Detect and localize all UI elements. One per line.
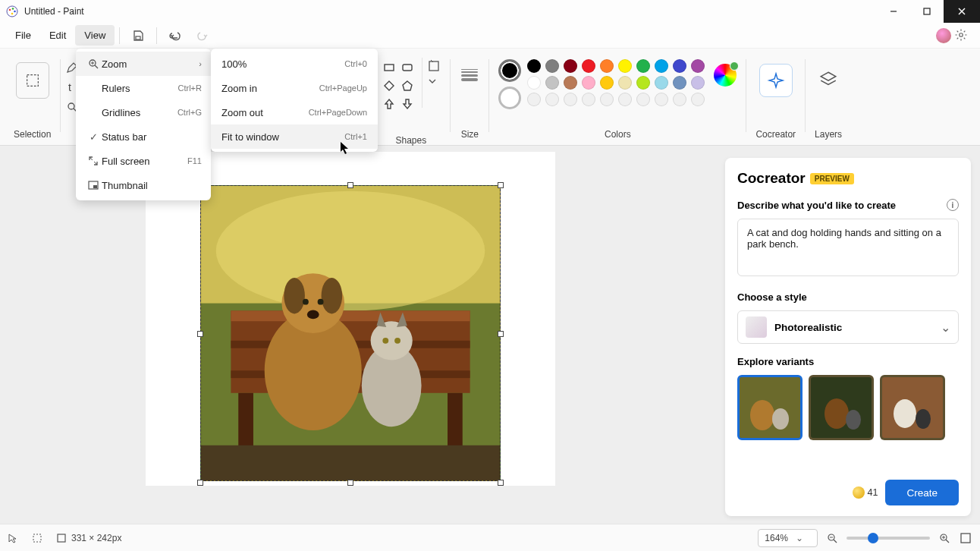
variant-1[interactable] — [737, 375, 803, 440]
color-swatch[interactable] — [636, 76, 650, 90]
color-swatch[interactable] — [691, 76, 705, 90]
maximize-button[interactable] — [910, 0, 944, 23]
zoom-slider-knob[interactable] — [868, 533, 878, 543]
minimize-button[interactable] — [877, 0, 910, 23]
shape-pentagon[interactable] — [399, 77, 416, 94]
color-swatch[interactable] — [636, 59, 650, 73]
selection-tool[interactable] — [16, 62, 49, 99]
color-swatch[interactable] — [545, 59, 559, 73]
color-swatch[interactable] — [618, 59, 632, 73]
shape-rect[interactable] — [381, 59, 397, 76]
canvas-image[interactable] — [200, 185, 501, 481]
color-swatch[interactable] — [527, 59, 541, 73]
layers-button[interactable] — [815, 67, 841, 93]
ribbon-label-layers: Layers — [815, 128, 842, 140]
zoom-100[interactable]: 100% Ctrl+0 — [211, 52, 378, 76]
color-swatch[interactable] — [673, 93, 686, 106]
separator — [156, 27, 157, 44]
zoom-level-select[interactable]: 164% ⌄ — [758, 529, 818, 547]
resize-handle[interactable] — [498, 480, 504, 486]
variant-2[interactable] — [809, 375, 874, 440]
color-secondary[interactable] — [498, 87, 521, 109]
resize-handle[interactable] — [498, 182, 504, 188]
color-swatch[interactable] — [691, 59, 705, 73]
size-selector[interactable] — [460, 65, 479, 85]
color-primary[interactable] — [498, 59, 521, 82]
create-button[interactable]: Create — [885, 480, 959, 505]
color-swatch[interactable] — [618, 76, 632, 90]
save-button[interactable] — [127, 25, 149, 46]
color-swatch[interactable] — [655, 76, 668, 90]
info-icon[interactable]: i — [947, 199, 959, 211]
user-avatar[interactable] — [936, 28, 951, 43]
svg-rect-66 — [33, 534, 41, 542]
color-swatch[interactable] — [673, 76, 686, 90]
fit-window-button[interactable] — [959, 531, 972, 545]
view-menu-fullscreen[interactable]: Full screen F11 — [76, 149, 211, 173]
shortcut: F11 — [187, 156, 202, 165]
svg-point-50 — [371, 321, 413, 360]
menu-edit[interactable]: Edit — [40, 25, 75, 46]
color-swatch[interactable] — [691, 93, 705, 106]
color-swatch[interactable] — [582, 76, 595, 90]
view-menu-thumbnail[interactable]: Thumbnail — [76, 173, 211, 197]
zoom-fit-window[interactable]: Fit to window Ctrl+1 — [211, 124, 378, 149]
resize-handle[interactable] — [197, 331, 203, 337]
prompt-input[interactable] — [737, 219, 959, 276]
color-swatch[interactable] — [600, 76, 614, 90]
statusbar: 331 × 242px 164% ⌄ — [0, 524, 980, 551]
color-swatch[interactable] — [618, 93, 632, 106]
zoom-in[interactable]: Zoom in Ctrl+PageUp — [211, 76, 378, 100]
close-button[interactable] — [944, 0, 980, 23]
color-swatch[interactable] — [545, 93, 559, 106]
shape-diamond[interactable] — [381, 77, 397, 94]
variant-3[interactable] — [880, 375, 945, 440]
resize-handle[interactable] — [197, 480, 203, 486]
svg-marker-22 — [769, 74, 783, 87]
shapes-dropdown-icon[interactable] — [427, 77, 438, 85]
color-swatch[interactable] — [655, 93, 668, 106]
svg-marker-20 — [404, 99, 411, 109]
color-swatch[interactable] — [600, 59, 614, 73]
settings-icon[interactable] — [954, 28, 969, 43]
undo-button[interactable] — [165, 25, 186, 46]
shape-outline-icon[interactable] — [427, 59, 441, 73]
color-swatch[interactable] — [527, 93, 541, 106]
zoom-in-button[interactable] — [938, 531, 951, 545]
shape-roundrect[interactable] — [399, 59, 416, 76]
color-swatch[interactable] — [655, 59, 668, 73]
menu-file[interactable]: File — [6, 25, 40, 46]
view-menu-rulers[interactable]: Rulers Ctrl+R — [76, 76, 211, 100]
color-swatch[interactable] — [673, 59, 686, 73]
color-swatch[interactable] — [545, 76, 559, 90]
view-menu-zoom[interactable]: Zoom › — [76, 52, 211, 76]
resize-handle[interactable] — [347, 480, 353, 486]
resize-handle[interactable] — [347, 182, 353, 188]
color-swatch[interactable] — [636, 93, 650, 106]
menu-view[interactable]: View — [75, 25, 115, 46]
redo-button[interactable] — [192, 25, 213, 46]
color-swatch[interactable] — [564, 59, 577, 73]
view-menu-gridlines[interactable]: Gridlines Ctrl+G — [76, 100, 211, 124]
separator — [746, 59, 746, 132]
label: Fit to window — [221, 131, 279, 143]
cocreator-button[interactable] — [759, 64, 793, 97]
svg-marker-19 — [385, 99, 393, 109]
edit-colors-button[interactable] — [714, 64, 737, 87]
zoom-out[interactable]: Zoom out Ctrl+PageDown — [211, 100, 378, 124]
color-swatch[interactable] — [582, 59, 595, 73]
view-menu-statusbar[interactable]: ✓ Status bar — [76, 124, 211, 149]
zoom-slider[interactable] — [847, 537, 930, 540]
shape-arrow-up[interactable] — [381, 96, 397, 112]
resize-handle[interactable] — [498, 331, 504, 337]
color-swatch[interactable] — [527, 76, 541, 90]
style-select[interactable]: Photorealistic ⌄ — [737, 310, 959, 344]
cocreator-panel: CocreatorPREVIEW Describe what you'd lik… — [725, 158, 971, 516]
color-swatch[interactable] — [564, 93, 577, 106]
svg-marker-18 — [403, 81, 412, 90]
color-swatch[interactable] — [600, 93, 614, 106]
color-swatch[interactable] — [582, 93, 595, 106]
color-swatch[interactable] — [564, 76, 577, 90]
zoom-out-button[interactable] — [825, 531, 839, 545]
shape-arrow-down[interactable] — [399, 96, 416, 112]
